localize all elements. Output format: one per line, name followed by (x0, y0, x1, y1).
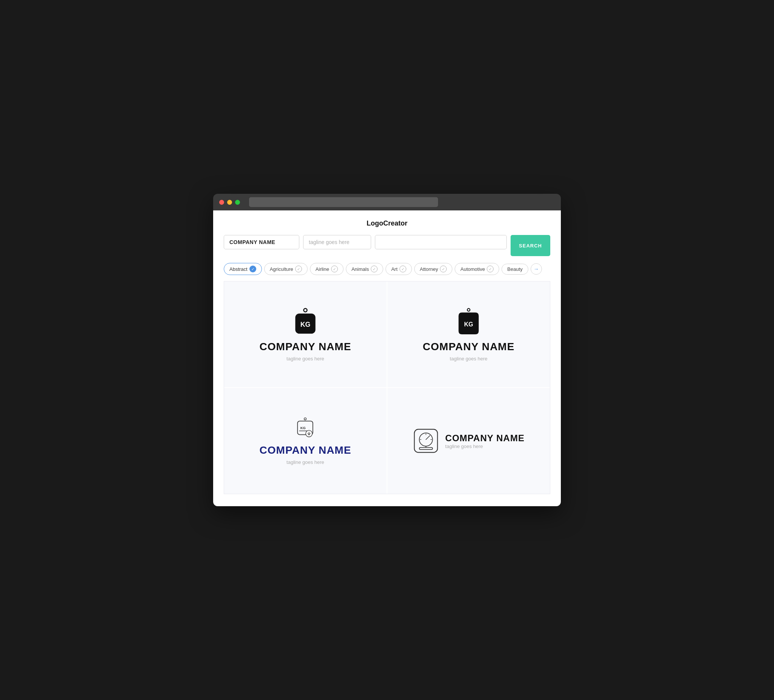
filter-label-beauty: Beauty (507, 266, 522, 272)
tagline-input[interactable] (303, 235, 371, 249)
search-bar: SEARCH (224, 235, 550, 256)
address-bar[interactable] (249, 197, 438, 207)
logo-card-3[interactable]: KG COMPANY NAME tagline goes here (224, 388, 387, 494)
company-name-1: COMPANY NAME (260, 341, 351, 353)
tagline-3: tagline goes here (286, 459, 324, 465)
filter-label-automotive: Automotive (460, 266, 485, 272)
check-icon-animals: ✓ (371, 266, 377, 272)
text-group-4: COMPANY NAME tagline goes here (445, 433, 524, 449)
filter-tab-abstract[interactable]: Abstract ✓ (224, 263, 262, 275)
app-content: LogoCreator SEARCH Abstract ✓ Agricultur… (213, 210, 561, 506)
company-name-2: COMPANY NAME (423, 341, 515, 353)
scale-icon (413, 428, 439, 454)
check-icon-abstract: ✓ (250, 266, 256, 272)
filter-label-abstract: Abstract (230, 266, 248, 272)
browser-window: LogoCreator SEARCH Abstract ✓ Agricultur… (213, 194, 561, 506)
svg-point-0 (304, 308, 307, 312)
svg-text:KG: KG (464, 321, 473, 327)
logo-inner-4: COMPANY NAME tagline goes here (413, 428, 524, 454)
company-name-input[interactable] (224, 235, 299, 249)
weight-bag-icon-1: KG (290, 307, 321, 338)
filter-tab-airline[interactable]: Airline ✓ (310, 263, 344, 275)
maximize-button[interactable] (235, 200, 240, 205)
svg-text:KG: KG (301, 320, 311, 328)
logo-grid: KG COMPANY NAME tagline goes here KG (224, 281, 550, 494)
filter-label-art: Art (391, 266, 398, 272)
filter-label-agriculture: Agriculture (270, 266, 293, 272)
filter-tab-animals[interactable]: Animals ✓ (346, 263, 383, 275)
extra-input[interactable] (375, 235, 507, 249)
filter-tab-automotive[interactable]: Automotive ✓ (455, 263, 499, 275)
filter-tab-art[interactable]: Art ✓ (385, 263, 412, 275)
filter-tab-attorney[interactable]: Attorney ✓ (414, 263, 452, 275)
logo-inner-2: KG COMPANY NAME tagline goes here (423, 307, 515, 362)
svg-point-3 (467, 308, 470, 311)
tagline-1: tagline goes here (286, 356, 324, 362)
logo-inner-3: KG COMPANY NAME tagline goes here (260, 417, 351, 465)
close-button[interactable] (219, 200, 224, 205)
company-name-3: COMPANY NAME (260, 444, 351, 456)
check-icon-agriculture: ✓ (295, 266, 302, 272)
weight-bag-icon-2: KG (453, 307, 484, 338)
weight-download-icon: KG (293, 417, 318, 441)
svg-point-5 (304, 418, 306, 420)
search-button[interactable]: SEARCH (511, 235, 550, 256)
filter-tab-beauty[interactable]: Beauty (501, 264, 528, 275)
minimize-button[interactable] (227, 200, 232, 205)
app-title: LogoCreator (224, 220, 550, 228)
filter-label-airline: Airline (316, 266, 329, 272)
logo-card-2[interactable]: KG COMPANY NAME tagline goes here (387, 281, 550, 387)
filter-tab-agriculture[interactable]: Agriculture ✓ (264, 263, 308, 275)
check-icon-automotive: ✓ (487, 266, 494, 272)
tagline-2: tagline goes here (450, 356, 488, 362)
filter-label-animals: Animals (351, 266, 369, 272)
logo-card-4[interactable]: COMPANY NAME tagline goes here (387, 388, 550, 494)
logo-card-1[interactable]: KG COMPANY NAME tagline goes here (224, 281, 387, 387)
filter-tabs: Abstract ✓ Agriculture ✓ Airline ✓ Anima… (224, 263, 550, 275)
filter-next-button[interactable]: → (531, 263, 542, 275)
svg-text:KG: KG (301, 426, 306, 430)
tagline-4: tagline goes here (445, 444, 524, 449)
svg-rect-17 (420, 447, 433, 449)
browser-titlebar (213, 194, 561, 210)
company-name-4: COMPANY NAME (445, 433, 524, 444)
svg-line-13 (426, 436, 430, 440)
logo-inner-1: KG COMPANY NAME tagline goes here (260, 307, 351, 362)
check-icon-attorney: ✓ (440, 266, 447, 272)
check-icon-art: ✓ (399, 266, 406, 272)
filter-label-attorney: Attorney (420, 266, 438, 272)
check-icon-airline: ✓ (331, 266, 338, 272)
